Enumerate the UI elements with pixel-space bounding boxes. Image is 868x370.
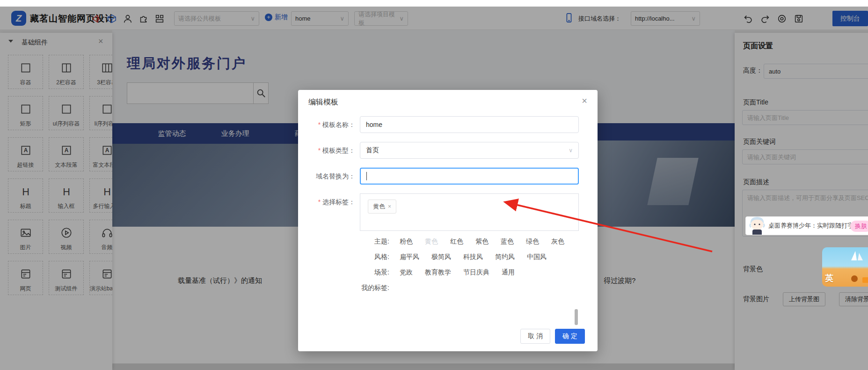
tag-row: 风格:扁平风极简风科技风简约风中国风 (360, 249, 579, 264)
scrollbar-thumb[interactable] (575, 309, 578, 325)
desktop-pet-ad-bar[interactable]: 桌面养赛博少年：实时跟随打字 换肤 (745, 216, 868, 235)
tag-option[interactable]: 极简风 (431, 249, 451, 264)
tag-option[interactable]: 蓝色 (501, 234, 514, 249)
tag-option[interactable]: 节日庆典 (463, 265, 489, 280)
tag-row-label: 场景: (360, 265, 389, 280)
sailboat-icon (851, 251, 857, 260)
tag-option[interactable]: 粉色 (400, 234, 413, 249)
chevron-down-icon: ∨ (569, 147, 573, 154)
top-white-strip (0, 0, 868, 7)
tag-row-label: 风格: (360, 249, 389, 264)
cancel-button[interactable]: 取 消 (520, 329, 550, 344)
text-caret (366, 172, 367, 180)
moon-icon (851, 275, 858, 282)
remove-tag-icon[interactable]: × (388, 203, 391, 210)
tag-chip[interactable]: 黄色 × (368, 200, 396, 214)
tag-option[interactable]: 灰色 (551, 234, 564, 249)
template-type-select[interactable]: 首页 ∨ (360, 142, 579, 159)
skin-change-button[interactable]: 换肤 (850, 221, 868, 232)
ad-thumb-text: 英 (825, 273, 833, 284)
tag-option[interactable]: 通用 (502, 265, 515, 280)
tag-option[interactable]: 紫色 (475, 234, 489, 249)
confirm-button[interactable]: 确 定 (555, 329, 585, 344)
select-tags-label: 选择标签： (307, 193, 355, 210)
tag-option[interactable]: 黄色 (425, 234, 438, 249)
dialog-title: 编辑模板 (308, 97, 338, 107)
tag-row: 主题:粉色黄色红色紫色蓝色绿色灰色 (360, 234, 579, 249)
shirt-icon (862, 277, 868, 283)
anime-avatar (747, 216, 767, 235)
tag-picker: 主题:粉色黄色红色紫色蓝色绿色灰色风格:扁平风极简风科技风简约风中国风场景:党政… (360, 234, 579, 295)
domain-replace-label: 域名替换为： (307, 168, 355, 185)
ad-text: 桌面养赛博少年：实时跟随打字 (768, 222, 853, 230)
template-name-label: 模板名称： (307, 116, 355, 133)
beach-ad-thumbnail[interactable]: 英 (822, 247, 868, 287)
tag-option[interactable]: 党政 (400, 265, 413, 280)
close-icon[interactable]: × (582, 96, 587, 106)
tag-row-label: 我的标签: (360, 280, 389, 295)
tag-row: 场景:党政教育教学节日庆典通用 (360, 265, 579, 280)
domain-replace-input[interactable] (360, 168, 579, 185)
tag-row: 我的标签: (360, 280, 579, 295)
tag-option[interactable]: 简约风 (495, 249, 515, 264)
tag-option[interactable]: 科技风 (463, 249, 483, 264)
tag-option[interactable]: 教育教学 (425, 265, 451, 280)
tag-option[interactable]: 中国风 (527, 249, 547, 264)
app-stage: 理局对外服务门户 监管动态业务办理药 载量基准（试行）》的通知 得过波期? Z … (0, 0, 868, 370)
tag-option[interactable]: 红色 (450, 234, 463, 249)
selected-tags-box[interactable]: 黄色 × (360, 193, 579, 231)
template-type-label: 模板类型： (307, 142, 355, 159)
tag-option[interactable]: 扁平风 (400, 249, 419, 264)
template-name-input[interactable]: home (360, 116, 579, 133)
sailboat-icon (858, 253, 863, 260)
edit-template-dialog: 编辑模板 × 模板名称： home 模板类型： 首页 ∨ 域名替换为： (298, 90, 598, 351)
tag-option[interactable]: 绿色 (526, 234, 539, 249)
tag-row-label: 主题: (360, 234, 389, 249)
